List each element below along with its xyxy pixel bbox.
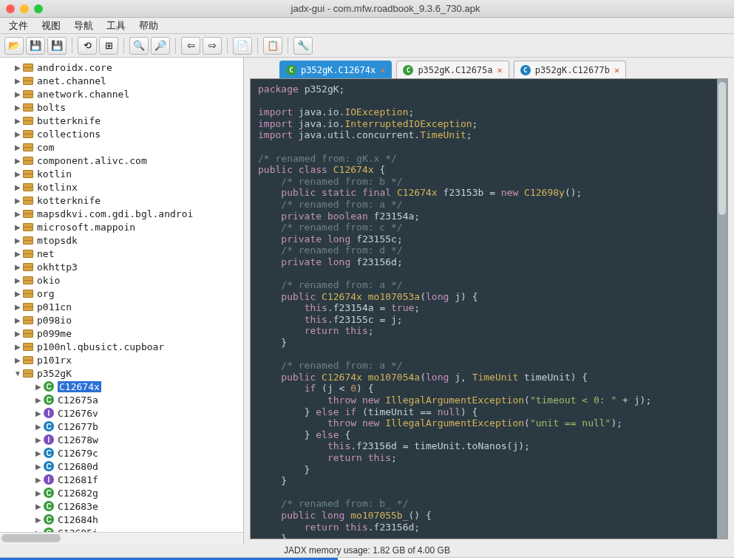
- tree-package-row[interactable]: ▶component.alivc.com: [0, 154, 243, 167]
- back-button[interactable]: ⇦: [181, 37, 200, 55]
- tree-package-row[interactable]: ▶anet.channel: [0, 74, 243, 87]
- expand-arrow-icon[interactable]: ▶: [13, 143, 22, 151]
- tree-class-row[interactable]: ▶CC12677b: [0, 420, 243, 433]
- expand-arrow-icon[interactable]: ▶: [34, 502, 43, 511]
- tree-package-row[interactable]: ▶p101rx: [0, 353, 243, 366]
- expand-arrow-icon[interactable]: ▶: [13, 316, 22, 324]
- tree-package-row[interactable]: ▶bolts: [0, 100, 243, 114]
- expand-arrow-icon[interactable]: ▶: [13, 329, 22, 338]
- expand-arrow-icon[interactable]: ▶: [13, 130, 22, 138]
- expand-arrow-icon[interactable]: ▶: [13, 117, 22, 125]
- expand-arrow-icon[interactable]: ▶: [13, 236, 22, 245]
- tree-class-row[interactable]: ▶CC12685i: [0, 526, 243, 532]
- editor-tab[interactable]: Cp352gK.C12677b✕: [514, 61, 626, 78]
- expand-arrow-icon[interactable]: ▶: [13, 157, 22, 165]
- tree-class-row[interactable]: ▶CC12684h: [0, 513, 243, 526]
- expand-arrow-icon[interactable]: ▶: [34, 423, 43, 431]
- expand-arrow-icon[interactable]: ▶: [13, 210, 22, 218]
- tree-package-row[interactable]: ▶okhttp3: [0, 260, 243, 273]
- tree-package-row[interactable]: ▶p098io: [0, 313, 243, 327]
- tree-class-row[interactable]: ▶CC12683e: [0, 499, 243, 513]
- tree-package-row[interactable]: ▶p099me: [0, 327, 243, 340]
- expand-arrow-icon[interactable]: ▶: [13, 276, 22, 284]
- expand-arrow-icon[interactable]: ▶: [13, 103, 22, 112]
- expand-arrow-icon[interactable]: ▶: [13, 90, 22, 98]
- close-tab-icon[interactable]: ✕: [497, 65, 503, 75]
- expand-arrow-icon[interactable]: ▶: [13, 64, 22, 72]
- save-button[interactable]: 💾: [26, 37, 45, 55]
- save-all-button[interactable]: 💾: [47, 37, 67, 55]
- tree-package-row[interactable]: ▶butterknife: [0, 114, 243, 127]
- expand-arrow-icon[interactable]: ▶: [13, 356, 22, 364]
- tree-package-row[interactable]: ▶microsoft.mappoin: [0, 220, 243, 233]
- close-window-button[interactable]: [6, 4, 15, 13]
- expand-arrow-icon[interactable]: ▶: [13, 263, 22, 271]
- menu-help[interactable]: 帮助: [139, 19, 158, 33]
- deobf-button[interactable]: 📄: [233, 37, 252, 55]
- expand-arrow-icon[interactable]: ▶: [13, 223, 22, 231]
- expand-arrow-icon[interactable]: ▶: [34, 489, 43, 497]
- preferences-button[interactable]: 🔧: [293, 37, 313, 55]
- tree-class-row[interactable]: ▶IC12678w: [0, 433, 243, 446]
- expand-arrow-icon[interactable]: ▶: [13, 77, 22, 85]
- tree-package-row[interactable]: ▶anetwork.channel: [0, 87, 243, 100]
- expand-arrow-icon[interactable]: ▶: [34, 476, 43, 484]
- tree-package-row[interactable]: ▶kotlin: [0, 167, 243, 180]
- editor-tab[interactable]: Cp352gK.C12675a✕: [396, 61, 509, 78]
- tree-package-row[interactable]: ▶kotterknife: [0, 194, 243, 207]
- tree-class-row[interactable]: ▶CC12680d: [0, 460, 243, 473]
- tree-package-row[interactable]: ▶org: [0, 287, 243, 300]
- expand-arrow-icon[interactable]: ▶: [34, 462, 43, 471]
- menu-view[interactable]: 视图: [41, 19, 61, 33]
- tree-package-row[interactable]: ▶p100nl.qbusict.cupboar: [0, 340, 243, 353]
- tree-package-row[interactable]: ▶com: [0, 140, 243, 154]
- tree-package-row[interactable]: ▶collections: [0, 127, 243, 140]
- open-button[interactable]: 📂: [4, 37, 24, 55]
- tree-class-row[interactable]: ▶CC12682g: [0, 486, 243, 499]
- expand-arrow-icon[interactable]: ▶: [13, 197, 22, 205]
- code-editor[interactable]: package p352gK; import java.io.IOExcepti…: [250, 78, 728, 539]
- menu-tools[interactable]: 工具: [106, 19, 126, 33]
- expand-arrow-icon[interactable]: ▶: [34, 409, 43, 417]
- tree-class-row[interactable]: ▶CC12674x: [0, 380, 243, 393]
- package-tree[interactable]: ▶androidx.core▶anet.channel▶anetwork.cha…: [0, 58, 243, 532]
- tree-package-row[interactable]: ▶p011cn: [0, 300, 243, 313]
- tree-class-row[interactable]: ▶CC12675a: [0, 393, 243, 406]
- tree-class-row[interactable]: ▶IC12681f: [0, 473, 243, 486]
- expand-arrow-icon[interactable]: ▶: [34, 436, 43, 444]
- expand-arrow-icon[interactable]: ▶: [13, 250, 22, 258]
- menu-nav[interactable]: 导航: [74, 19, 93, 33]
- expand-arrow-icon[interactable]: ▶: [34, 383, 43, 391]
- expand-arrow-icon[interactable]: ▶: [13, 290, 22, 298]
- tree-package-row[interactable]: ▶net: [0, 247, 243, 260]
- tree-package-row[interactable]: ▶mtopsdk: [0, 233, 243, 247]
- tree-package-row[interactable]: ▶okio: [0, 273, 243, 287]
- expand-arrow-icon[interactable]: ▶: [13, 183, 22, 191]
- zoom-window-button[interactable]: [34, 4, 43, 13]
- tree-package-row[interactable]: ▼p352gK: [0, 366, 243, 380]
- expand-arrow-icon[interactable]: ▶: [34, 449, 43, 457]
- search-button[interactable]: 🔍: [129, 37, 149, 55]
- collapse-arrow-icon[interactable]: ▼: [13, 369, 22, 378]
- code-content[interactable]: package p352gK; import java.io.IOExcepti…: [251, 79, 727, 539]
- tree-package-row[interactable]: ▶kotlinx: [0, 180, 243, 194]
- expand-arrow-icon[interactable]: ▶: [13, 303, 22, 311]
- log-button[interactable]: 📋: [263, 37, 282, 55]
- forward-button[interactable]: ⇨: [203, 37, 222, 55]
- tree-class-row[interactable]: ▶CC12679c: [0, 446, 243, 460]
- expand-arrow-icon[interactable]: ▶: [13, 343, 22, 351]
- expand-arrow-icon[interactable]: ▶: [34, 396, 43, 404]
- tree-package-row[interactable]: ▶mapsdkvi.com.gdi.bgl.androi: [0, 207, 243, 220]
- expand-arrow-icon[interactable]: ▶: [13, 170, 22, 178]
- sync-button[interactable]: ⟲: [78, 37, 97, 55]
- close-tab-icon[interactable]: ✕: [614, 65, 619, 75]
- menu-file[interactable]: 文件: [9, 19, 28, 33]
- close-tab-icon[interactable]: ✕: [380, 65, 385, 75]
- tree-class-row[interactable]: ▶IC12676v: [0, 406, 243, 420]
- expand-arrow-icon[interactable]: ▶: [34, 516, 43, 524]
- grid-button[interactable]: ⊞: [99, 37, 118, 55]
- minimize-window-button[interactable]: [20, 4, 29, 13]
- tree-package-row[interactable]: ▶androidx.core: [0, 61, 243, 74]
- editor-tab[interactable]: Cp352gK.C12674x✕: [279, 61, 392, 78]
- tree-h-scrollbar[interactable]: [0, 532, 243, 544]
